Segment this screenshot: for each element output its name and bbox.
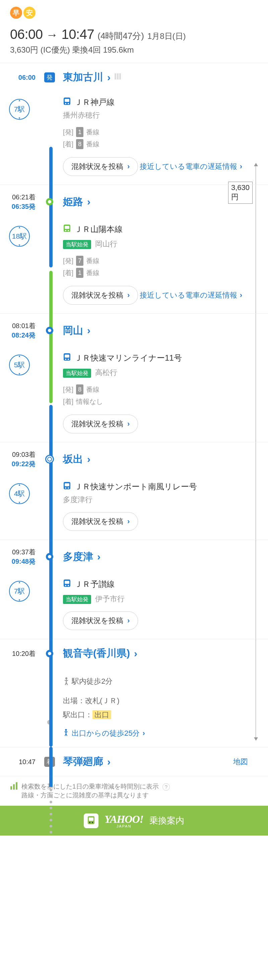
chevron-right-icon: › xyxy=(240,291,242,300)
svg-rect-29 xyxy=(89,818,94,821)
node-dot-icon xyxy=(46,198,53,205)
segment-4: 7駅 ＪＲ予讃線 当駅始発 伊予市行 混雑状況を投稿› xyxy=(0,573,268,639)
station-row-tadotsu[interactable]: 09:37着09:48発 多度津› xyxy=(0,539,268,573)
line-destination: 播州赤穂行 xyxy=(63,110,258,120)
chevron-right-icon: › xyxy=(127,162,130,171)
svg-point-14 xyxy=(68,359,69,360)
chevron-right-icon: › xyxy=(127,517,130,526)
help-icon[interactable]: ? xyxy=(162,783,170,791)
door-label: 駅出口： xyxy=(63,711,92,719)
delay-info-link[interactable]: 接近している電車の遅延情報› xyxy=(140,162,242,172)
summary-date: 1月8日(日) xyxy=(147,31,186,41)
node-dot-icon xyxy=(46,327,53,334)
summary-arr-time: 10:47 xyxy=(62,27,95,42)
chevron-right-icon: › xyxy=(143,729,145,738)
station-row-origin[interactable]: 06:00 発 東加古川› xyxy=(0,63,268,92)
station-row-kanonji[interactable]: 10:20着 観音寺(香川県)› xyxy=(0,639,268,668)
station-name: 琴弾廻廊 xyxy=(63,755,103,768)
plat-dep-label: [発] xyxy=(63,255,73,266)
station-name: 多度津 xyxy=(63,550,93,564)
svg-point-21 xyxy=(65,585,66,586)
dep-time: 08:24発 xyxy=(0,331,35,340)
post-congestion-button[interactable]: 混雑状況を投稿› xyxy=(63,611,138,630)
in-station-walk: 駅内徒歩2分 xyxy=(72,677,113,686)
train-icon xyxy=(63,97,71,107)
plat-dep-label: [発] xyxy=(63,126,73,138)
chevron-right-icon: › xyxy=(127,616,130,625)
station-name: 観音寺(香川県) xyxy=(63,646,130,660)
line-name: ＪＲ神戸線 xyxy=(75,97,114,108)
station-name: 姫路 xyxy=(63,195,83,209)
line-name: ＪＲ予讃線 xyxy=(75,579,114,590)
station-name: 岡山 xyxy=(63,324,83,337)
station-row-himeji[interactable]: 06:21着06:35発 姫路› xyxy=(0,185,268,218)
chevron-right-icon: › xyxy=(134,648,137,659)
chevron-right-icon: › xyxy=(87,453,90,465)
svg-point-31 xyxy=(92,822,93,823)
arr-time: 09:37着 xyxy=(0,547,35,557)
congestion-note: 検索数を基にした1日の乗車増減を時間別に表示 ? 路線・方面ごとに混雑度の基準は… xyxy=(0,776,268,806)
plat-suffix: 番線 xyxy=(86,126,100,138)
route-line-4 xyxy=(49,747,52,787)
svg-rect-8 xyxy=(65,226,69,229)
station-name: 坂出 xyxy=(63,452,83,466)
svg-rect-4 xyxy=(65,99,69,102)
dep-time: 06:35発 xyxy=(0,202,35,211)
arr-time: 09:03着 xyxy=(0,450,35,459)
yahoo-logo: YAHOO! xyxy=(105,813,143,825)
line-name: ＪＲ山陽本線 xyxy=(75,224,123,235)
app-icon xyxy=(84,813,98,828)
post-congestion-button[interactable]: 混雑状況を投稿› xyxy=(63,415,138,433)
summary-duration: (4時間47分) xyxy=(97,30,144,42)
bars-icon xyxy=(10,782,18,792)
route-summary: 06:00 → 10:47 (4時間47分) 1月8日(日) 3,630円 (I… xyxy=(0,22,268,63)
station-count-toggle[interactable]: 7駅 xyxy=(9,581,30,601)
dep-time: 06:00 xyxy=(18,74,35,81)
station-row-okayama[interactable]: 08:01着08:24発 岡山› xyxy=(0,313,268,347)
plat-arr-label: [着] xyxy=(63,267,73,278)
footer-text: 乗換案内 xyxy=(149,815,184,827)
node-dot-icon xyxy=(46,650,53,657)
station-count-toggle[interactable]: 7駅 xyxy=(9,99,30,120)
chevron-right-icon: › xyxy=(87,196,90,207)
station-count-toggle[interactable]: 5駅 xyxy=(9,355,30,375)
plat-suffix: 番線 xyxy=(86,267,100,278)
arr-time: 10:47 xyxy=(19,758,35,765)
footer-banner[interactable]: YAHOO! JAPAN 乗換案内 xyxy=(0,806,268,835)
post-congestion-button[interactable]: 混雑状況を投稿› xyxy=(63,286,138,305)
chevron-right-icon: › xyxy=(240,162,242,171)
svg-point-23 xyxy=(65,677,67,679)
station-count-toggle[interactable]: 18駅 xyxy=(9,226,30,247)
dep-time: 09:48発 xyxy=(0,557,35,566)
line-destination: 高松行 xyxy=(95,368,117,377)
segment-1: 18駅 ＪＲ山陽本線 当駅始発 岡山行 [発] 7 番線 [着] 1 番線 混雑… xyxy=(0,218,268,313)
station-row-destination[interactable]: 10:47 着 琴弾廻廊› 地図 xyxy=(0,747,268,776)
segment-2: 5駅 ＪＲ快速マリンライナー11号 当駅始発 高松行 [発] 8 番線 [着] … xyxy=(0,347,268,442)
segment-3: 4駅 ＪＲ快速サンポート南風リレー号 多度津行 混雑状況を投稿› xyxy=(0,476,268,539)
route-line-2 xyxy=(49,271,52,403)
svg-point-5 xyxy=(65,103,66,104)
badge-early: 早 xyxy=(10,7,22,19)
svg-rect-27 xyxy=(16,782,17,790)
station-row-sakaide[interactable]: 09:03着09:22発 坂出› xyxy=(0,442,268,476)
chevron-right-icon: › xyxy=(127,420,130,428)
post-congestion-button[interactable]: 混雑状況を投稿› xyxy=(63,157,138,176)
svg-point-22 xyxy=(68,585,69,586)
station-name: 東加古川 xyxy=(63,70,103,84)
arr-time: 06:21着 xyxy=(0,192,35,202)
plat-suffix: 番線 xyxy=(86,138,100,150)
segment-walk: 駅内徒歩2分 出場：改札(ＪＲ) 駅出口：出口 出口からの徒歩25分› xyxy=(0,668,268,747)
svg-point-10 xyxy=(68,230,69,231)
chevron-right-icon: › xyxy=(107,756,111,767)
map-link[interactable]: 地図 xyxy=(233,757,248,767)
plat-arr-label: [着] xyxy=(63,138,73,150)
summary-dep-time: 06:00 xyxy=(10,27,43,42)
line-destination: 岡山行 xyxy=(95,240,117,248)
post-congestion-button[interactable]: 混雑状況を投稿› xyxy=(63,512,138,531)
walk-route-link[interactable]: 出口からの徒歩25分› xyxy=(63,728,145,738)
chevron-right-icon: › xyxy=(97,551,100,562)
station-count-toggle[interactable]: 4駅 xyxy=(9,483,30,504)
svg-rect-20 xyxy=(65,581,69,584)
svg-rect-0 xyxy=(114,73,116,80)
delay-info-link[interactable]: 接近している電車の遅延情報› xyxy=(140,290,242,300)
